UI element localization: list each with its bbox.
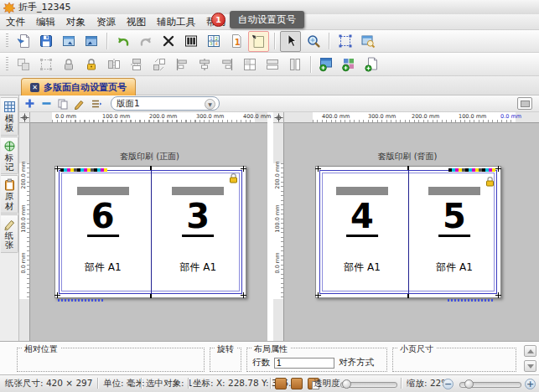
menu-item-view[interactable]: 视图 [127,16,146,28]
ungroup-button[interactable] [35,54,56,75]
back-sheet[interactable]: 4 部件 A1 5 部件 A1 [315,166,501,298]
zoom-label: 缩放: [407,378,428,388]
edit-sheet-button[interactable] [73,97,86,110]
menu-item-edit[interactable]: 编辑 [36,16,55,28]
fit-view-button[interactable] [334,31,355,52]
add-layout-icon [319,56,334,72]
group-button[interactable] [13,54,34,75]
align-center-button[interactable] [194,54,215,75]
sidebar-strip: 模板 标记 原材 纸张 [0,95,19,341]
scroll-down-button[interactable] [524,360,536,372]
new-document-button[interactable] [13,31,34,52]
document-tab[interactable]: ✕ 多版面自动设置页号 [21,78,136,95]
opacity-slider[interactable] [340,382,397,388]
sidebar-tab-label: 纸张 [4,231,14,250]
sheet-title: 套版印刷 (正面) [54,151,245,162]
lock-button[interactable] [58,54,79,75]
split-panes-button[interactable] [239,54,260,75]
view-mode-icon[interactable] [275,378,287,389]
front-sheet[interactable]: 6 部件 A1 3 部件 A1 [54,166,246,298]
flip-diagonal-button[interactable] [148,54,169,75]
page-content-bar [172,187,224,195]
scroll-up-button[interactable] [524,345,536,357]
sidebar-tab-materials[interactable]: 原材 [1,175,18,214]
toolbar-grip[interactable] [6,57,8,72]
select-tool-button[interactable] [280,31,301,52]
sidebar-tab-label: 原材 [4,192,14,211]
ruler-origin-button[interactable] [273,112,284,123]
auto-page-number-button[interactable] [248,31,269,52]
triangle-down-icon [527,364,534,369]
add-page-button[interactable] [361,54,382,75]
opacity-slider-thumb[interactable] [342,379,351,389]
zoom-slider-thumb[interactable] [464,379,474,389]
tab-close-icon[interactable]: ✕ [30,83,39,92]
back-canvas[interactable]: 套版印刷 (背面) [284,123,539,341]
align-right-button[interactable] [216,54,237,75]
import-layout-button[interactable] [58,31,79,52]
annotation: 1 自动设置页号 [211,11,304,28]
flip-vertical-button[interactable] [126,54,147,75]
delete-button[interactable] [158,31,179,52]
add-layout-button[interactable] [316,54,337,75]
add-palette-icon [341,56,357,72]
paper-size-value: 420 × 297 [46,378,93,388]
zoom-tool-button[interactable] [303,31,324,52]
add-sheet-button[interactable] [23,97,36,110]
zoom-in-button[interactable]: + [525,379,536,389]
unit-label: 单位: [103,378,124,388]
page-cell[interactable]: 6 部件 A1 [55,167,151,297]
page-cell[interactable]: 3 部件 A1 [151,167,246,297]
page-number: 6 [87,198,119,237]
sidebar-tab-paper[interactable]: 纸张 [1,214,18,253]
layout-select[interactable]: 版面1 ▼ [111,96,220,111]
columns-button[interactable] [180,31,201,52]
menu-item-resource[interactable]: 资源 [96,16,116,28]
copy-sheet-button[interactable] [56,97,70,110]
menu-item-file[interactable]: 文件 [6,16,25,28]
rows-input[interactable] [274,358,334,369]
part-label: 部件 A1 [408,260,500,275]
canvas-container: 0.0 mm 100.0 mm 200.0 mm 300.0 mm 400.0 … [19,112,539,341]
page-cell[interactable]: 4 部件 A1 [316,167,408,297]
sheet-list-button[interactable] [90,97,103,110]
save-button[interactable] [35,31,56,52]
collapse-panel-button[interactable] [517,97,532,110]
ruler-label: 200.0 mm [20,158,27,192]
page-cell[interactable]: 5 部件 A1 [408,167,500,297]
redo-button[interactable] [135,31,156,52]
undo-icon [116,34,131,49]
sidebar-tab-templates[interactable]: 模板 [1,97,18,136]
split-rows-button[interactable] [262,54,282,75]
properties-panel: 相对位置 旋转 布局属性 行数 对齐方式 小页尺寸 [0,341,539,374]
zoom-slider[interactable] [459,382,521,388]
toolbar-separator [310,56,311,73]
page-number: 3 [182,198,214,237]
undo-button[interactable] [112,31,133,52]
align-left-button[interactable] [171,54,192,75]
view-mode-icon[interactable] [291,378,303,389]
group-rotation: 旋转 [210,348,241,372]
remove-sheet-button[interactable] [39,97,53,110]
unlock-button[interactable] [80,54,101,75]
status-separator [141,378,142,389]
chevron-down-icon[interactable]: ▼ [205,99,215,110]
preview-icon [360,34,376,49]
triangle-up-icon [527,349,534,353]
ruler-label: 200.0 mm [149,113,177,120]
menu-item-tools[interactable]: 辅助工具 [157,16,195,28]
export-layout-button[interactable] [80,31,101,52]
zoom-out-button[interactable]: − [443,379,453,389]
front-canvas[interactable]: 套版印刷 (正面) [30,123,267,341]
split-columns-button[interactable] [284,54,305,75]
page-grid-button[interactable]: 1234 [203,31,224,52]
sidebar-tab-marks[interactable]: 标记 [1,137,18,175]
coord-x-value: 228.78 [228,378,259,388]
ruler-origin-button[interactable] [19,112,30,123]
menu-item-object[interactable]: 对象 [66,16,86,28]
add-palette-button[interactable] [339,54,360,75]
flip-horizontal-button[interactable] [103,54,124,75]
toolbar-grip[interactable] [6,34,8,49]
page-number-button[interactable]: 1 [225,31,246,52]
preview-button[interactable] [357,31,378,52]
